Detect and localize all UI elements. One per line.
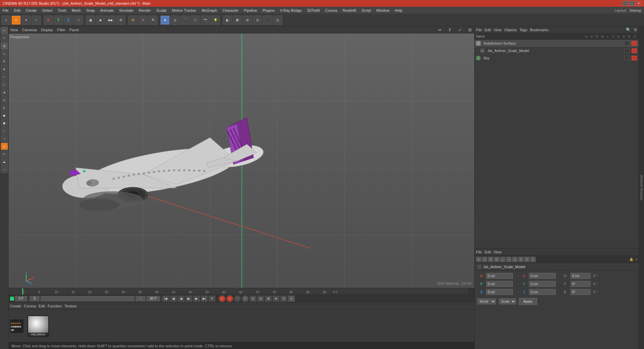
display-mode-4[interactable]: ⊡ bbox=[253, 15, 262, 25]
display-mode-1[interactable]: ◧ bbox=[223, 15, 232, 25]
viewport-panel-menu[interactable]: Panel bbox=[69, 28, 79, 32]
nurbs-button[interactable]: ◎ bbox=[170, 15, 180, 25]
viewport-cameras-menu[interactable]: Cameras bbox=[22, 28, 37, 32]
skip-start-button[interactable]: |◀ bbox=[162, 296, 169, 302]
attr-icon-2[interactable]: V bbox=[482, 257, 487, 262]
y-rot-input[interactable] bbox=[529, 281, 556, 287]
prev-frame-button[interactable]: ◀ bbox=[170, 296, 177, 302]
minimize-button[interactable]: – bbox=[623, 1, 628, 6]
viewport-canvas[interactable]: Perspective Grid Spacing : 10 cm X Y Z bbox=[9, 34, 474, 288]
obj-settings-icon[interactable]: ⚙ bbox=[634, 28, 637, 32]
render-settings-button[interactable]: ⚙ bbox=[116, 15, 125, 25]
menu-sculpt[interactable]: Sculpt bbox=[154, 8, 169, 13]
obj-tags-menu[interactable]: Tags bbox=[520, 28, 527, 32]
lt-scale-button[interactable]: ⤡ bbox=[1, 50, 8, 57]
menu-pipeline[interactable]: Pipeline bbox=[241, 8, 260, 13]
obj-file-menu[interactable]: File bbox=[476, 28, 482, 32]
rotate-tool-button[interactable]: ↻ bbox=[148, 15, 158, 25]
play-reverse-button[interactable]: ◀ bbox=[178, 296, 184, 302]
title-bar-controls[interactable]: – □ ✕ bbox=[623, 1, 641, 6]
world-axis-button[interactable]: □ bbox=[74, 15, 83, 25]
menu-vray[interactable]: V-Ray Bridge bbox=[277, 8, 305, 13]
spline-button[interactable]: ⌒ bbox=[180, 15, 190, 25]
deformer-button[interactable]: ⬡ bbox=[191, 15, 200, 25]
timeline-opts-button[interactable]: ⊟ bbox=[257, 296, 264, 302]
lt-weld-button[interactable]: ◎ bbox=[1, 96, 8, 104]
menu-corona[interactable]: Corona bbox=[322, 8, 340, 13]
x-rot-input[interactable] bbox=[529, 273, 556, 279]
mat-edit-menu[interactable]: Edit bbox=[39, 304, 45, 308]
y-pos-input[interactable] bbox=[486, 281, 513, 287]
apply-button[interactable]: Apply bbox=[519, 298, 537, 305]
obj-edit-menu[interactable]: Edit bbox=[485, 28, 491, 32]
attribute-browser-tab[interactable]: Attribute Browser bbox=[639, 173, 644, 202]
x-axis-button[interactable]: X bbox=[44, 15, 53, 25]
viewport-nav-2[interactable]: ⇕ bbox=[447, 28, 453, 32]
menu-edit[interactable]: Edit bbox=[11, 8, 23, 13]
attr-menu-icon[interactable]: ≡ bbox=[635, 257, 637, 261]
timecode-button[interactable]: ⊡ bbox=[250, 296, 256, 302]
menu-snap[interactable]: Snap bbox=[84, 8, 98, 13]
menu-render[interactable]: Render bbox=[136, 8, 154, 13]
key-all-button[interactable]: ? bbox=[234, 295, 241, 302]
attr-icon-3[interactable]: R bbox=[488, 257, 493, 262]
mode-texture-button[interactable]: ✦ bbox=[21, 15, 31, 25]
mode-points-button[interactable]: ● bbox=[1, 15, 11, 25]
attr-file-menu[interactable]: File bbox=[476, 250, 482, 254]
obj-ss-vis-2[interactable] bbox=[632, 41, 637, 46]
menu-tools[interactable]: Tools bbox=[55, 8, 69, 13]
mode-model-button[interactable]: + bbox=[11, 15, 21, 25]
expand-timeline-button[interactable]: ⊡ bbox=[280, 296, 287, 302]
menu-mesh[interactable]: Mesh bbox=[69, 8, 84, 13]
obj-search-icon[interactable]: 🔍 bbox=[626, 28, 631, 32]
anim-opts-button[interactable]: ⊞ bbox=[265, 296, 272, 302]
lt-hair-button[interactable]: ⁓ bbox=[1, 166, 8, 173]
lt-fill-button[interactable]: ◼ bbox=[1, 112, 8, 119]
attr-view-menu[interactable]: View bbox=[494, 250, 502, 254]
p-input[interactable] bbox=[571, 281, 591, 287]
display-mode-5[interactable]: ⬛ bbox=[263, 15, 272, 25]
play-button[interactable]: ▶ bbox=[185, 296, 192, 302]
viewport-nav-4[interactable]: ⊞ bbox=[467, 28, 473, 32]
menu-simulate[interactable]: Simulate bbox=[116, 8, 136, 13]
display-mode-2[interactable]: ◩ bbox=[233, 15, 242, 25]
attr-icon-5[interactable]: L bbox=[500, 257, 505, 262]
obj-view-menu[interactable]: View bbox=[494, 28, 502, 32]
menu-window[interactable]: Window bbox=[374, 8, 392, 13]
lt-select-button[interactable]: ↖ bbox=[1, 35, 8, 42]
lt-knife-button[interactable]: ✁ bbox=[1, 73, 8, 81]
skip-end-button[interactable]: ▶| bbox=[201, 296, 208, 302]
render-view-button[interactable]: ▶ bbox=[96, 15, 105, 25]
key-sel-button[interactable]: P bbox=[242, 295, 249, 302]
lt-extrude-button[interactable]: ⬡ bbox=[1, 81, 8, 88]
display-mode-3[interactable]: ⊞ bbox=[243, 15, 252, 25]
menu-3dtoall[interactable]: 3DToAll bbox=[304, 8, 322, 13]
loop-button[interactable]: ↻ bbox=[209, 296, 215, 302]
render-region-button[interactable]: ▣ bbox=[86, 15, 95, 25]
y-axis-button[interactable]: Y bbox=[54, 15, 63, 25]
lt-bevel-button[interactable]: ◈ bbox=[1, 89, 8, 96]
attr-icon-7[interactable]: G bbox=[512, 257, 518, 262]
attr-icon-6[interactable]: A bbox=[506, 257, 512, 262]
lt-smooth-button[interactable]: ⊸ bbox=[1, 135, 8, 142]
camera-btn[interactable]: 📷 bbox=[201, 15, 210, 25]
scale-mode-select[interactable]: Scale Size bbox=[499, 298, 516, 304]
layout-value[interactable]: Startup bbox=[630, 8, 644, 12]
light-btn[interactable]: 💡 bbox=[211, 15, 220, 25]
menu-character[interactable]: Character bbox=[220, 8, 241, 13]
menu-animate[interactable]: Animate bbox=[98, 8, 116, 13]
attr-icon-9[interactable]: E bbox=[524, 257, 530, 262]
lt-color-button[interactable]: C bbox=[1, 143, 8, 150]
menu-script[interactable]: Script bbox=[359, 8, 374, 13]
obj-model-vis-1[interactable] bbox=[624, 48, 630, 53]
lt-move-button[interactable]: ✛ bbox=[1, 42, 8, 50]
record-button[interactable]: ● bbox=[219, 295, 225, 302]
mat-corona-menu[interactable]: Corona bbox=[24, 304, 36, 308]
table-row[interactable]: ⬡ Subdivision Surface bbox=[475, 40, 639, 47]
viewport-view-menu[interactable]: View bbox=[10, 28, 18, 32]
z-rot-input[interactable] bbox=[529, 289, 556, 295]
mat-create-menu[interactable]: Create bbox=[10, 304, 21, 308]
lt-poly-button[interactable]: ⬣ bbox=[1, 119, 8, 127]
render-button[interactable]: ▶▶ bbox=[106, 15, 115, 25]
lt-paint-button[interactable]: ✏ bbox=[1, 150, 8, 158]
